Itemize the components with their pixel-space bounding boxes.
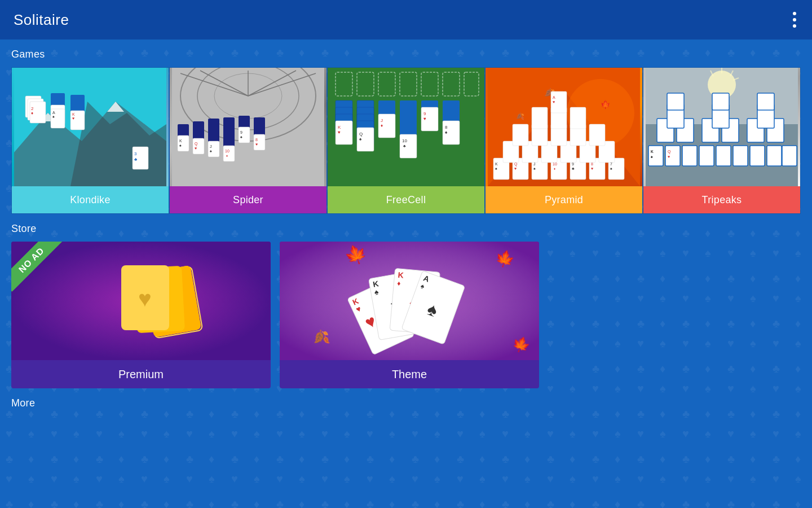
svg-text:♠: ♠ bbox=[179, 143, 182, 147]
svg-rect-154 bbox=[589, 124, 605, 146]
game-card-klondike[interactable]: 2 ♦ A ♠ K ♥ bbox=[11, 67, 169, 214]
svg-text:K: K bbox=[179, 139, 182, 143]
svg-text:J: J bbox=[381, 118, 383, 123]
svg-rect-176 bbox=[712, 93, 729, 110]
svg-text:Q: Q bbox=[668, 150, 671, 154]
svg-rect-192 bbox=[767, 146, 782, 166]
svg-text:♦: ♦ bbox=[31, 111, 33, 116]
svg-text:K: K bbox=[72, 112, 75, 116]
svg-rect-180 bbox=[757, 93, 774, 110]
svg-text:3: 3 bbox=[134, 151, 137, 156]
svg-text:♥: ♥ bbox=[553, 100, 555, 104]
svg-text:♥: ♥ bbox=[195, 146, 197, 150]
game-card-tripeaks[interactable]: K ♠ Q ♥ K ♠ Tripeaks bbox=[643, 67, 801, 214]
game-card-spider[interactable]: K ♠ Q ♥ J ♠ bbox=[169, 67, 327, 214]
svg-text:♦: ♦ bbox=[554, 167, 555, 170]
games-section-label: Games bbox=[11, 49, 801, 60]
svg-rect-150 bbox=[513, 124, 528, 146]
svg-text:A: A bbox=[52, 111, 55, 115]
no-ad-text: NO AD bbox=[11, 242, 63, 292]
svg-text:♥: ♥ bbox=[255, 142, 258, 146]
spider-label: Spider bbox=[170, 186, 326, 213]
svg-text:♥: ♥ bbox=[423, 116, 426, 121]
svg-text:♠: ♠ bbox=[533, 167, 536, 170]
svg-rect-157 bbox=[570, 107, 586, 129]
svg-text:J: J bbox=[210, 144, 212, 148]
menu-dot-2 bbox=[793, 18, 796, 21]
svg-text:♠: ♠ bbox=[52, 115, 55, 119]
svg-text:Q: Q bbox=[359, 132, 363, 137]
more-section: More bbox=[11, 397, 801, 409]
klondike-label: Klondike bbox=[12, 186, 169, 213]
svg-text:♥: ♥ bbox=[338, 130, 341, 135]
klondike-image: 2 ♦ A ♠ K ♥ bbox=[12, 68, 169, 186]
svg-text:K: K bbox=[398, 270, 404, 280]
svg-text:K: K bbox=[338, 125, 341, 130]
svg-text:♦: ♦ bbox=[381, 123, 383, 128]
overflow-menu-button[interactable] bbox=[788, 7, 801, 32]
svg-text:♦: ♦ bbox=[397, 279, 401, 287]
svg-rect-188 bbox=[699, 146, 714, 166]
svg-text:8: 8 bbox=[445, 125, 448, 130]
svg-text:9: 9 bbox=[423, 111, 426, 116]
games-row: 2 ♦ A ♠ K ♥ bbox=[11, 67, 801, 214]
freecell-image: K ♥ Q ♠ J ♦ bbox=[328, 68, 484, 186]
svg-text:♠: ♠ bbox=[210, 149, 212, 153]
theme-image: 🍁 🍁 🍂 🍁 K ♥ ♥ ♥ bbox=[280, 242, 539, 360]
svg-text:♣: ♣ bbox=[134, 157, 138, 162]
store-card-theme[interactable]: 🍁 🍁 🍂 🍁 K ♥ ♥ ♥ bbox=[280, 242, 539, 388]
svg-text:Q: Q bbox=[195, 142, 198, 146]
pyramid-label: Pyramid bbox=[486, 186, 642, 213]
spider-image: K ♠ Q ♥ J ♠ bbox=[170, 68, 326, 186]
svg-text:K: K bbox=[651, 150, 654, 154]
svg-text:♠: ♠ bbox=[240, 135, 242, 139]
tripeaks-image: K ♠ Q ♥ K ♠ bbox=[643, 68, 800, 186]
svg-text:♦: ♦ bbox=[226, 154, 228, 157]
svg-rect-193 bbox=[782, 146, 797, 166]
svg-rect-155 bbox=[532, 107, 548, 129]
svg-text:♥: ♥ bbox=[514, 167, 517, 170]
svg-text:♠: ♠ bbox=[495, 167, 497, 170]
svg-rect-59 bbox=[223, 146, 235, 161]
more-section-label: More bbox=[11, 397, 801, 409]
svg-rect-172 bbox=[667, 93, 684, 110]
svg-text:K: K bbox=[495, 162, 498, 166]
svg-rect-190 bbox=[733, 146, 748, 166]
svg-text:♥: ♥ bbox=[668, 155, 670, 159]
menu-dot-1 bbox=[793, 12, 796, 15]
svg-rect-187 bbox=[682, 146, 697, 166]
svg-text:♥: ♥ bbox=[138, 286, 152, 311]
game-card-freecell[interactable]: K ♥ Q ♠ J ♦ bbox=[327, 67, 485, 214]
svg-text:A: A bbox=[553, 95, 555, 99]
main-content: Games 2 ♦ bbox=[0, 40, 812, 425]
svg-rect-191 bbox=[750, 146, 765, 166]
game-card-pyramid[interactable]: 🍂 🍁 🍂 K ♠ Q ♥ J ♠ 10 ♦ bbox=[485, 67, 643, 214]
store-section: Store NO AD bbox=[11, 223, 801, 388]
pyramid-image: 🍂 🍁 🍂 K ♠ Q ♥ J ♠ 10 ♦ bbox=[486, 68, 642, 186]
store-row: NO AD bbox=[11, 242, 801, 388]
svg-text:10: 10 bbox=[225, 149, 230, 153]
svg-text:8: 8 bbox=[255, 138, 258, 142]
svg-text:10: 10 bbox=[402, 138, 407, 143]
svg-text:♣: ♣ bbox=[403, 144, 406, 148]
app-title: Solitaire bbox=[14, 11, 69, 29]
svg-text:9: 9 bbox=[240, 130, 242, 134]
store-card-premium[interactable]: NO AD bbox=[11, 242, 271, 388]
svg-text:♥: ♥ bbox=[591, 167, 593, 170]
app-header: Solitaire bbox=[0, 0, 812, 40]
tripeaks-label: Tripeaks bbox=[643, 186, 800, 213]
menu-dot-3 bbox=[793, 24, 796, 28]
no-ad-badge: NO AD bbox=[11, 242, 68, 298]
svg-text:🍂: 🍂 bbox=[516, 112, 524, 120]
freecell-label: FreeCell bbox=[328, 186, 484, 213]
svg-text:🍁: 🍁 bbox=[601, 100, 611, 110]
svg-text:♣: ♣ bbox=[572, 167, 575, 170]
premium-image: NO AD bbox=[11, 242, 271, 360]
theme-label: Theme bbox=[280, 360, 539, 388]
svg-text:♠: ♠ bbox=[610, 167, 612, 170]
svg-rect-189 bbox=[716, 146, 731, 166]
premium-label: Premium bbox=[11, 360, 271, 388]
store-section-label: Store bbox=[11, 223, 801, 235]
svg-text:♥: ♥ bbox=[72, 116, 74, 120]
